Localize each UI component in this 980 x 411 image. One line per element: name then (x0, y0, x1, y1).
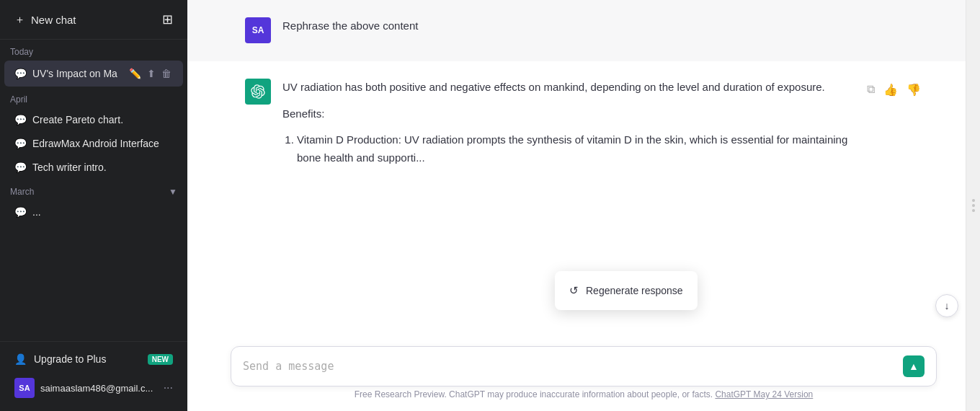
send-icon: ▲ (909, 361, 919, 372)
thumbs-down-button[interactable]: 👎 (905, 81, 922, 98)
sidebar-item-march-text: ... (32, 206, 173, 218)
sidebar-item-march-1[interactable]: 💬 ... (4, 200, 183, 224)
delete-icon[interactable]: 🗑 (160, 66, 173, 81)
user-avatar-circle: SA (245, 17, 271, 43)
message-input[interactable] (243, 358, 903, 375)
sidebar-item-techwriter[interactable]: 💬 Tech writer intro. (4, 156, 183, 179)
sidebar-item-techwriter-text: Tech writer intro. (32, 162, 173, 173)
send-button[interactable]: ▲ (903, 355, 925, 377)
section-march-header: March ▼ (0, 180, 187, 200)
sidebar-scroll: Today 💬 UV's Impact on Ma ✏️ ⬆ 🗑 April 💬… (0, 40, 187, 341)
user-row[interactable]: SA saimaaslam486@gmail.c... ··· (4, 372, 183, 404)
assistant-list-item-1: Vitamin D Production: UV radiation promp… (297, 131, 854, 167)
message-input-wrapper: ▲ (231, 346, 937, 386)
scroll-down-icon: ↓ (945, 300, 950, 311)
layout-icon: ⊞ (162, 12, 173, 27)
copy-button[interactable]: ⧉ (865, 81, 876, 97)
resize-dot-2 (972, 204, 975, 207)
user-initials: SA (19, 384, 30, 392)
section-today-label: Today (10, 47, 33, 57)
new-chat-button[interactable]: ＋ New chat (9, 9, 156, 31)
user-more-icon[interactable]: ··· (164, 381, 173, 394)
user-avatar: SA (14, 378, 35, 398)
sidebar-item-pareto[interactable]: 💬 Create Pareto chart. (4, 108, 183, 131)
assistant-message-row: UV radiation has both positive and negat… (187, 61, 980, 193)
regenerate-popup: ↺ Regenerate response (555, 271, 698, 310)
main-chat-area: SA Rephrase the above content UV radiati… (187, 0, 980, 411)
assistant-intro: UV radiation has both positive and negat… (282, 79, 854, 97)
user-circle-icon: 👤 (14, 353, 27, 365)
user-email: saimaaslam486@gmail.c... (40, 383, 158, 394)
edit-icon[interactable]: ✏️ (128, 66, 143, 81)
chatgpt-version-link[interactable]: ChatGPT May 24 Version (715, 389, 813, 399)
thumbs-up-button[interactable]: 👍 (882, 81, 899, 98)
user-message-content: Rephrase the above content (282, 17, 922, 61)
resize-dot-3 (972, 209, 975, 212)
sidebar-item-edrawmax-text: EdrawMax Android Interface (32, 138, 173, 149)
share-icon[interactable]: ⬆ (146, 66, 157, 81)
section-today-header: Today (0, 40, 187, 60)
openai-logo-icon (251, 84, 265, 99)
chat-icon-3: 💬 (14, 138, 27, 149)
sidebar-footer: 👤 Upgrade to Plus NEW SA saimaaslam486@g… (0, 341, 187, 411)
user-avatar-initials: SA (252, 25, 264, 35)
march-collapse-arrow[interactable]: ▼ (169, 187, 177, 197)
assistant-message-actions: ⧉ 👍 👎 (865, 79, 922, 193)
sidebar-item-uv-text: UV's Impact on Ma (32, 68, 122, 79)
resize-dot-1 (972, 199, 975, 202)
regenerate-response-item[interactable]: ↺ Regenerate response (555, 277, 698, 304)
chat-icon-2: 💬 (14, 114, 27, 125)
input-area: ▲ Free Research Preview. ChatGPT may pro… (187, 337, 980, 411)
sidebar-item-uv[interactable]: 💬 UV's Impact on Ma ✏️ ⬆ 🗑 (4, 61, 183, 87)
sidebar-item-edrawmax[interactable]: 💬 EdrawMax Android Interface (4, 132, 183, 155)
gpt-avatar-circle (245, 79, 271, 105)
scroll-down-button[interactable]: ↓ (935, 294, 958, 317)
user-message-row: SA Rephrase the above content (187, 0, 980, 61)
chat-icon-5: 💬 (14, 206, 27, 218)
new-badge: NEW (148, 354, 173, 365)
user-message-text: Rephrase the above content (282, 17, 922, 35)
layout-toggle-button[interactable]: ⊞ (156, 7, 179, 32)
new-chat-label: New chat (31, 14, 76, 26)
assistant-message-content: UV radiation has both positive and negat… (282, 79, 854, 193)
disclaimer: Free Research Preview. ChatGPT may produ… (231, 386, 937, 405)
resize-handle (966, 0, 980, 411)
sidebar-item-pareto-text: Create Pareto chart. (32, 114, 173, 125)
chat-icon-4: 💬 (14, 162, 27, 173)
assistant-list: Vitamin D Production: UV radiation promp… (282, 131, 854, 167)
upgrade-to-plus-button[interactable]: 👤 Upgrade to Plus NEW (4, 348, 183, 371)
sidebar-header: ＋ New chat ⊞ (0, 0, 187, 40)
sidebar-item-uv-actions: ✏️ ⬆ 🗑 (128, 66, 173, 81)
upgrade-label: Upgrade to Plus (34, 353, 106, 365)
plus-icon: ＋ (14, 13, 25, 27)
section-april-header: April (0, 87, 187, 107)
assistant-benefits-label: Benefits: (282, 105, 854, 123)
resize-dots (972, 199, 975, 212)
section-march-label: March (10, 187, 34, 197)
section-april-label: April (10, 94, 27, 105)
list-item-1-text: Vitamin D Production: UV radiation promp… (297, 133, 847, 164)
regenerate-label: Regenerate response (586, 285, 683, 296)
regenerate-icon: ↺ (569, 284, 579, 297)
disclaimer-text: Free Research Preview. ChatGPT may produ… (355, 389, 713, 399)
sidebar: ＋ New chat ⊞ Today 💬 UV's Impact on Ma ✏… (0, 0, 187, 411)
chat-icon: 💬 (14, 68, 27, 79)
